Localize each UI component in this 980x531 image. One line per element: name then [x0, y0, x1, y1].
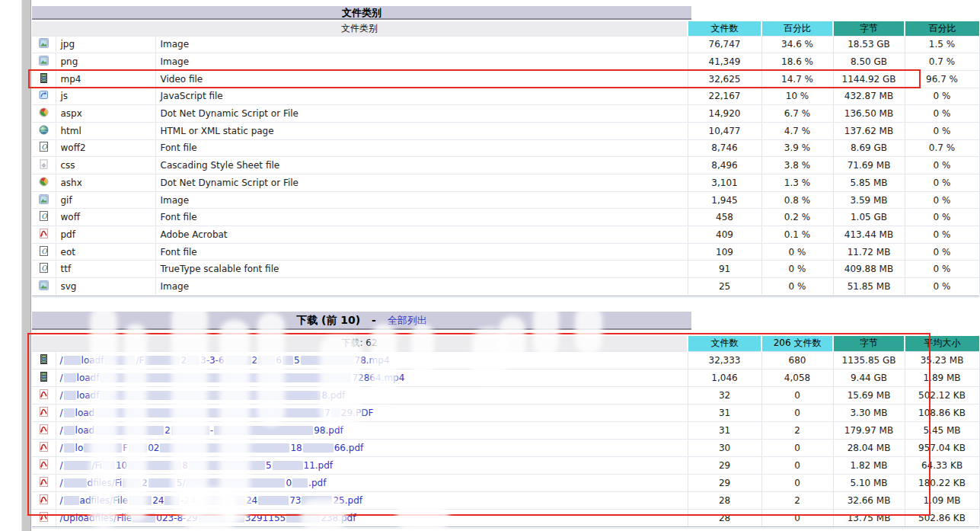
download-url-link[interactable]: /loadf/F23-3-626578.mp4	[56, 351, 688, 369]
url-fragment: 5	[294, 355, 300, 366]
average-size: 5.45 MB	[905, 421, 979, 439]
download-url-link[interactable]: /loadf72864.mp4	[56, 369, 688, 386]
file-extension: ttf	[56, 261, 155, 278]
files-percent: 0.8 %	[761, 191, 833, 209]
files-count: 3,101	[688, 174, 761, 192]
bytes-value: 5.85 MB	[833, 174, 905, 192]
icon-cell	[32, 157, 56, 174]
files-percent: 34.6 %	[761, 36, 833, 53]
url-fragment: 78.mp4	[355, 355, 390, 366]
column-header-bytes-percent: 百分比	[905, 21, 979, 36]
censor-block	[104, 356, 135, 365]
average-size: 64.33 KB	[905, 456, 979, 474]
icon-cell	[32, 36, 56, 53]
files-percent: 0 %	[761, 261, 833, 278]
file-description: HTML or XML static page	[155, 122, 688, 139]
files-percent: 0.2 %	[761, 209, 833, 226]
script-icon	[39, 90, 49, 100]
table-row: mp4Video file32,62514.7 %1144.92 GB96.7 …	[32, 70, 979, 88]
files-count: 30	[688, 439, 761, 456]
bytes-percent: 0 %	[905, 278, 979, 296]
bytes-value: 15.69 MB	[833, 386, 905, 404]
bytes-value: 1144.92 GB	[833, 70, 905, 88]
url-fragment: /	[60, 443, 63, 453]
bytes-value: 18.53 GB	[833, 36, 905, 53]
column-header-206-files: 206 文件数	[761, 336, 833, 351]
average-size: 957.04 KB	[905, 439, 979, 456]
bytes-value: 137.62 MB	[833, 122, 905, 139]
download-url-link[interactable]: /load2-98.pdf	[56, 421, 688, 439]
image-icon	[39, 194, 49, 204]
icon-cell: O	[32, 261, 56, 278]
icon-cell: O	[32, 139, 56, 157]
table-row: htmlHTML or XML static page10,4774.7 %13…	[32, 122, 979, 139]
files-count: 14,920	[688, 105, 761, 123]
filetypes-title-text: 文件类别	[342, 7, 381, 18]
url-fragment: 5	[266, 460, 272, 471]
files-percent: 14.7 %	[761, 70, 833, 88]
url-fragment: 5/	[177, 478, 186, 488]
bytes-value: 136.50 MB	[833, 105, 905, 123]
url-fragment: 24	[246, 495, 257, 506]
url-fragment: 02	[148, 443, 159, 453]
pdf-icon	[39, 512, 49, 522]
image-icon	[39, 38, 49, 48]
download-url-link[interactable]: /adfiles/File24-24,247325.pdf	[56, 491, 688, 509]
censor-block	[292, 478, 308, 488]
bytes-value: 13.75 MB	[833, 509, 905, 526]
censor-block	[128, 461, 181, 470]
column-header-bytes: 字节	[833, 21, 905, 36]
files-percent: 6.7 %	[761, 105, 833, 123]
censor-block	[258, 356, 275, 365]
censor-block	[258, 496, 289, 505]
download-url-link[interactable]: /loadf8.pdf	[56, 386, 688, 404]
column-header-files-percent: 百分比	[761, 21, 833, 36]
download-url-link[interactable]: /loF021866.pdf	[56, 439, 688, 456]
icon-cell	[32, 474, 56, 491]
video-icon	[39, 354, 49, 364]
206-files-count: 0	[761, 509, 833, 526]
icon-cell	[32, 174, 56, 192]
files-count: 28	[688, 491, 761, 509]
url-fragment: /Uploadfiles/File	[60, 513, 132, 523]
download-url-link[interactable]: /Uploadfiles/File023-8-293291155238.pdf	[56, 509, 688, 526]
column-header-bytes: 字节	[833, 336, 905, 351]
file-extension: svg	[56, 278, 155, 296]
censor-block	[95, 426, 164, 435]
censor-block	[84, 443, 122, 453]
url-fragment: /	[60, 495, 63, 506]
icon-cell	[32, 226, 56, 244]
icon-cell	[32, 88, 56, 105]
206-files-count: 680	[761, 351, 833, 369]
file-description: Image	[155, 53, 688, 71]
dotnet-icon	[39, 177, 49, 187]
average-size: 180.22 KB	[905, 474, 979, 491]
censor-block	[283, 356, 293, 365]
files-count: 10,477	[688, 122, 761, 139]
file-description: Adobe Acrobat	[155, 226, 688, 244]
downloads-subheader: 下载: 62	[32, 336, 688, 351]
file-extension: ashx	[56, 174, 155, 192]
url-fragment: load	[75, 408, 95, 418]
censor-block	[64, 391, 76, 400]
bytes-percent: 96.7 %	[905, 70, 979, 88]
download-url-link[interactable]: /load729.PDF	[56, 404, 688, 421]
bytes-value: 432.87 MB	[833, 88, 905, 105]
file-description: TrueType scalable font file	[155, 261, 688, 278]
censor-block	[145, 356, 180, 365]
files-count: 31	[688, 421, 761, 439]
pdf-icon	[39, 459, 49, 469]
download-url-link[interactable]: //Fi108511.pdf	[56, 456, 688, 474]
table-row: Owoff2Font file8,7463.9 %8.69 GB0.7 %	[32, 139, 979, 157]
full-list-link[interactable]: 全部列出	[388, 315, 427, 326]
url-fragment: 3291155	[245, 513, 286, 523]
files-count: 109	[688, 243, 761, 261]
table-row: /loadf72864.mp41,0464,0589.44 GB1.89 MB	[32, 369, 979, 386]
icon-cell	[32, 70, 56, 88]
download-url-link[interactable]: /dfiles/Fi25/0.pdf	[56, 474, 688, 491]
css-icon	[39, 159, 49, 169]
bytes-percent: 0 %	[905, 122, 979, 139]
censor-block	[302, 496, 332, 505]
censor-block	[214, 426, 313, 435]
url-fragment: 2	[142, 478, 148, 488]
